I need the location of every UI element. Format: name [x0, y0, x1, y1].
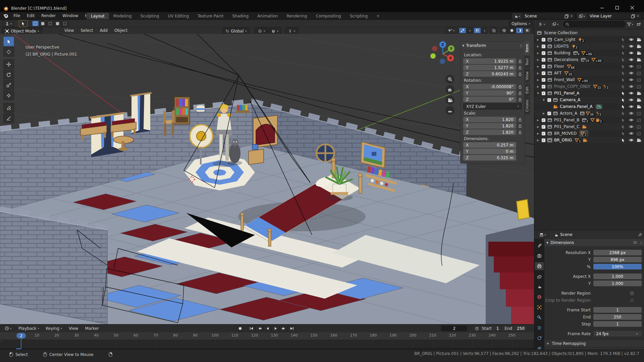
overlays-dropdown[interactable]: ▾	[482, 27, 487, 34]
hide-eye-icon[interactable]	[629, 131, 637, 135]
render-visibility-icon[interactable]	[637, 51, 644, 55]
menu-window[interactable]: Window	[59, 12, 82, 19]
timeline-expand-arrow[interactable]: ›	[1, 339, 2, 343]
outliner-checkbox[interactable]: ✓	[542, 138, 545, 142]
menu-file[interactable]: File	[10, 12, 23, 19]
outliner-row[interactable]: ▶✓LIGHTS3	[534, 43, 644, 50]
outliner-checkbox[interactable]: ✓	[542, 58, 545, 62]
properties-tab-physics[interactable]	[535, 334, 544, 342]
view-layer-remove-icon[interactable]: ✕	[636, 14, 641, 18]
mode-dropdown[interactable]: Object Mode▾	[2, 27, 42, 35]
maximize-button[interactable]	[615, 5, 620, 10]
navigation-gizmo[interactable]: Z Y X	[429, 40, 457, 68]
outliner-item-name[interactable]: Decorations	[554, 57, 578, 62]
outliner-checkbox[interactable]: ✓	[542, 132, 545, 135]
close-button[interactable]	[630, 5, 635, 10]
viewport-menu-add[interactable]: Add	[97, 27, 111, 34]
transform-location-y[interactable]: Y1.5277 m	[463, 65, 516, 70]
view-layer-selector[interactable]: ▾ View Layer ✕	[576, 13, 641, 19]
hide-eye-icon[interactable]	[629, 58, 637, 62]
pan-hand-button[interactable]	[445, 85, 454, 94]
outliner-display-mode-dropdown[interactable]: ▾	[536, 21, 548, 27]
y-field[interactable]: 896 px	[593, 257, 642, 262]
selectable-icon[interactable]	[621, 118, 629, 122]
pivot-point-dropdown[interactable]: ▾	[255, 27, 268, 35]
tool-scale-button[interactable]	[3, 80, 14, 90]
hide-eye-icon[interactable]	[629, 125, 637, 129]
hide-eye-icon[interactable]	[629, 71, 637, 75]
scene-copies-icon[interactable]	[565, 14, 570, 18]
auto-keyframe-clock-icon[interactable]	[475, 326, 479, 330]
shading-material-button[interactable]	[516, 27, 523, 34]
outliner-item-name[interactable]: P01_Panel_B	[554, 118, 579, 122]
render-visibility-icon[interactable]	[637, 131, 644, 136]
frame-end-field[interactable]: End 250	[504, 326, 525, 331]
time-remapping-panel-header[interactable]: ▶ Time Remapping	[544, 340, 644, 347]
render-region-checkbox[interactable]	[630, 291, 634, 296]
outliner-item-name[interactable]: Cam_Light	[554, 37, 575, 42]
outliner-row[interactable]: Camera.Panel_A	[534, 103, 644, 110]
viewport-menu-select[interactable]: Select	[77, 27, 96, 34]
playhead-line[interactable]	[21, 339, 21, 348]
selectable-icon[interactable]	[621, 44, 629, 49]
new-collection-button[interactable]	[635, 21, 643, 27]
shading-solid-button[interactable]	[508, 27, 516, 34]
lock-icon[interactable]	[518, 72, 522, 76]
lock-icon[interactable]	[518, 91, 522, 95]
aspect-x-field[interactable]: 1.000	[593, 274, 642, 279]
npanel-tab-view[interactable]: View	[524, 69, 530, 83]
properties-tab-object[interactable]	[535, 303, 544, 311]
frame-start-field[interactable]: 1	[593, 307, 642, 313]
resolution-x-field[interactable]: 2368 px	[593, 250, 642, 255]
camera-view-button[interactable]	[445, 96, 454, 105]
selectable-icon[interactable]	[621, 98, 629, 102]
outliner-item-name[interactable]: P01_Panel_A	[554, 91, 579, 96]
outliner-checkbox[interactable]: ✓	[542, 92, 545, 95]
workspace-tab-texture-paint[interactable]: Texture Paint	[193, 13, 228, 19]
proportional-editing-button[interactable]: ▾	[285, 27, 298, 35]
zoom-button[interactable]	[445, 75, 454, 84]
outliner-checkbox[interactable]: ✓	[542, 51, 545, 55]
selectable-icon[interactable]	[621, 131, 629, 136]
hide-eye-icon[interactable]	[629, 138, 637, 142]
selectable-icon[interactable]	[621, 111, 629, 116]
render-visibility-icon[interactable]	[637, 71, 644, 75]
w wardrobe[interactable]	[253, 115, 277, 148]
current-frame-pill[interactable]: 2	[16, 333, 26, 339]
lock-icon[interactable]	[518, 66, 522, 70]
hide-eye-icon[interactable]	[629, 51, 637, 55]
tool-measure-button[interactable]	[3, 113, 14, 123]
selectable-icon[interactable]	[621, 71, 629, 75]
lock-icon[interactable]	[518, 124, 522, 128]
outliner-item-name[interactable]: Building	[554, 51, 571, 55]
hide-eye-icon[interactable]	[629, 111, 637, 115]
workspace-tab-scripting[interactable]: Scripting	[345, 13, 372, 19]
outliner-checkbox[interactable]: ✓	[547, 112, 551, 115]
wall-shelf-books[interactable]	[236, 105, 250, 113]
transform-rotation-z[interactable]: Z0°	[463, 97, 516, 102]
npanel-tab-tool[interactable]: Tool	[524, 56, 530, 68]
outliner-checkbox[interactable]: ✓	[542, 65, 545, 68]
menu-edit[interactable]: Edit	[23, 12, 38, 19]
outliner-row[interactable]: ▶✓BR_ORIG3	[534, 137, 644, 143]
minimize-button[interactable]	[600, 5, 604, 10]
scene-datablock-icon[interactable]: ▾	[512, 13, 522, 19]
properties-tab-view-layer[interactable]	[535, 273, 544, 281]
prev-frame-button[interactable]	[264, 325, 271, 332]
lock-icon[interactable]	[518, 130, 522, 134]
transform-dimensions-y[interactable]: Y0 m	[463, 148, 516, 154]
transform-rotation-y[interactable]: Y90°	[463, 90, 516, 96]
outliner-row[interactable]: ▼✓P01_Panel_A	[534, 90, 644, 97]
crop-to-render-region-checkbox[interactable]	[630, 298, 634, 303]
workspace-tab-uv-editing[interactable]: UV Editing	[163, 13, 193, 19]
outliner-row[interactable]: ▶✓Floor88	[534, 63, 644, 70]
select-mode-set[interactable]	[32, 20, 39, 26]
hide-eye-icon[interactable]	[629, 64, 637, 68]
selectable-icon[interactable]	[621, 64, 629, 69]
hide-eye-icon[interactable]	[629, 84, 637, 88]
transform-orientation-dropdown[interactable]: Global▾	[222, 27, 250, 35]
outliner-item-name[interactable]: Props_COPY_ONLY	[554, 84, 590, 89]
render-visibility-icon[interactable]	[637, 111, 644, 116]
next-key-button[interactable]	[280, 325, 287, 332]
selectable-icon[interactable]	[621, 38, 629, 42]
